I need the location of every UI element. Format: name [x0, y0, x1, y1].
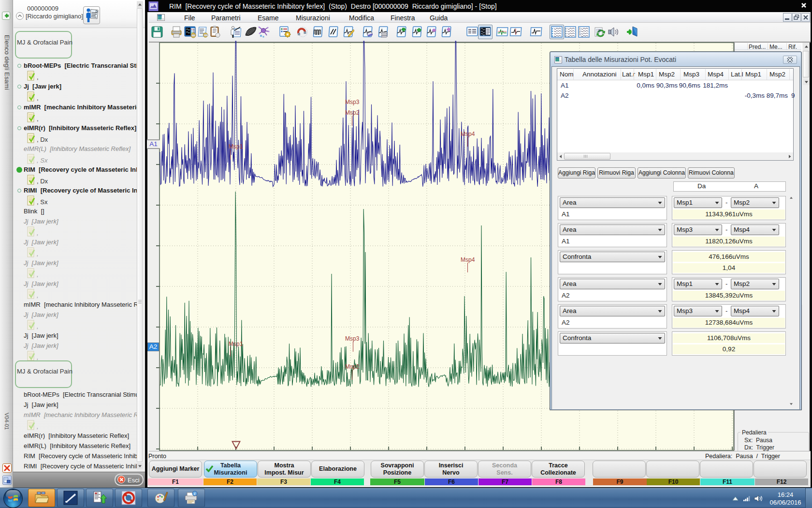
svg-text:B: B	[598, 29, 601, 32]
